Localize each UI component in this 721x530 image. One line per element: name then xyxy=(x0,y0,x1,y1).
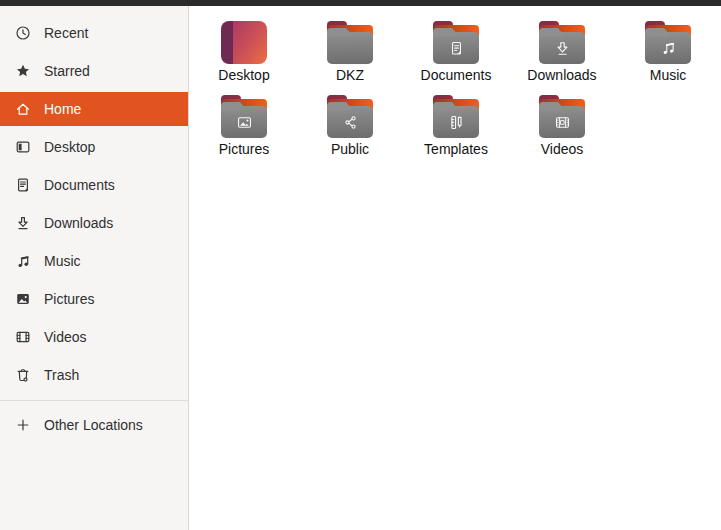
desktop-icon xyxy=(15,139,31,155)
recent-icon xyxy=(15,25,31,41)
starred-icon xyxy=(15,63,31,79)
sidebar-item-label: Documents xyxy=(44,177,115,193)
sidebar-item-label: Recent xyxy=(44,25,88,41)
folder-public-icon xyxy=(327,88,373,138)
music-icon xyxy=(15,253,31,269)
pictures-icon xyxy=(15,291,31,307)
folder-templates-icon xyxy=(433,88,479,138)
sidebar: RecentStarredHomeDesktopDocumentsDownloa… xyxy=(0,6,189,530)
sidebar-item-pictures[interactable]: Pictures xyxy=(0,282,188,316)
sidebar-item-trash[interactable]: Trash xyxy=(0,358,188,392)
file-item-templates[interactable]: Templates xyxy=(403,88,509,162)
file-item-videos[interactable]: Videos xyxy=(509,88,615,162)
file-item-desktop[interactable]: Desktop xyxy=(191,14,297,88)
file-item-label: Public xyxy=(331,141,369,157)
file-grid: DesktopDKZDocumentsDownloadsMusicPicture… xyxy=(189,6,721,162)
file-item-downloads[interactable]: Downloads xyxy=(509,14,615,88)
sidebar-item-label: Downloads xyxy=(44,215,113,231)
file-item-label: Pictures xyxy=(219,141,270,157)
file-item-label: Desktop xyxy=(218,67,269,83)
sidebar-item-label: Other Locations xyxy=(44,417,143,433)
file-item-dkz[interactable]: DKZ xyxy=(297,14,403,88)
sidebar-item-other-locations[interactable]: Other Locations xyxy=(0,408,188,442)
sidebar-item-downloads[interactable]: Downloads xyxy=(0,206,188,240)
sidebar-item-home[interactable]: Home xyxy=(0,92,188,126)
sidebar-item-desktop[interactable]: Desktop xyxy=(0,130,188,164)
folder-documents-icon xyxy=(433,14,479,64)
file-item-public[interactable]: Public xyxy=(297,88,403,162)
file-item-label: Downloads xyxy=(527,67,596,83)
file-item-label: Documents xyxy=(421,67,492,83)
main-content-area: DesktopDKZDocumentsDownloadsMusicPicture… xyxy=(189,6,721,530)
documents-icon xyxy=(15,177,31,193)
sidebar-item-recent[interactable]: Recent xyxy=(0,16,188,50)
folder-videos-icon xyxy=(539,88,585,138)
file-item-label: Templates xyxy=(424,141,488,157)
home-icon xyxy=(15,101,31,117)
plus-icon xyxy=(15,417,31,433)
file-item-documents[interactable]: Documents xyxy=(403,14,509,88)
sidebar-separator xyxy=(0,400,188,401)
videos-icon xyxy=(15,329,31,345)
file-item-label: Music xyxy=(650,67,687,83)
files-app-window: RecentStarredHomeDesktopDocumentsDownloa… xyxy=(0,6,721,530)
folder-plain-icon xyxy=(327,14,373,64)
file-item-label: DKZ xyxy=(336,67,364,83)
sidebar-item-label: Starred xyxy=(44,63,90,79)
folder-downloads-icon xyxy=(539,14,585,64)
sidebar-item-label: Trash xyxy=(44,367,79,383)
file-item-pictures[interactable]: Pictures xyxy=(191,88,297,162)
sidebar-item-label: Home xyxy=(44,101,81,117)
sidebar-item-label: Desktop xyxy=(44,139,95,155)
sidebar-item-starred[interactable]: Starred xyxy=(0,54,188,88)
sidebar-item-label: Music xyxy=(44,253,81,269)
desktop-art-icon xyxy=(221,14,267,64)
folder-music-icon xyxy=(645,14,691,64)
trash-icon xyxy=(15,367,31,383)
file-item-label: Videos xyxy=(541,141,584,157)
sidebar-item-videos[interactable]: Videos xyxy=(0,320,188,354)
sidebar-item-documents[interactable]: Documents xyxy=(0,168,188,202)
folder-pictures-icon xyxy=(221,88,267,138)
sidebar-item-label: Pictures xyxy=(44,291,95,307)
downloads-icon xyxy=(15,215,31,231)
sidebar-item-label: Videos xyxy=(44,329,87,345)
file-item-music[interactable]: Music xyxy=(615,14,721,88)
sidebar-item-music[interactable]: Music xyxy=(0,244,188,278)
